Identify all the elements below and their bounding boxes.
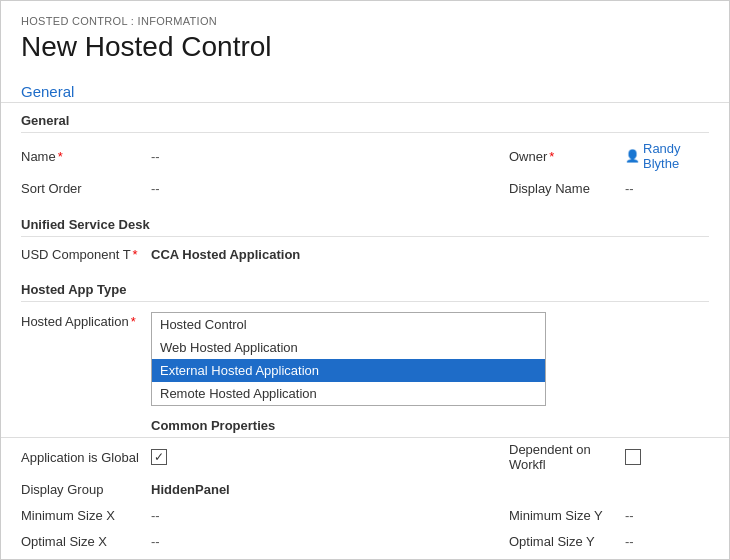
field-minsizey-container: Minimum Size Y -- (509, 508, 709, 523)
field-name-value: -- (151, 149, 509, 164)
field-usd-value: CCA Hosted Application (151, 247, 709, 262)
field-sortorder-value: -- (151, 181, 509, 196)
field-global-value (151, 449, 509, 465)
owner-name[interactable]: Randy Blythe (643, 141, 709, 171)
field-row-sortorder-displayname: Sort Order -- Display Name -- (21, 175, 709, 201)
dropdown-item-3[interactable]: Remote Hosted Application (152, 382, 545, 405)
field-optsizey-container: Optimal Size Y -- (509, 534, 709, 549)
dropdown-item-2[interactable]: External Hosted Application (152, 359, 545, 382)
group-usd-label: Unified Service Desk (21, 207, 709, 237)
group-hosted-app-type-label: Hosted App Type (21, 272, 709, 302)
field-minsizey-label: Minimum Size Y (509, 508, 619, 523)
common-props-area: Application is Global Dependent on Workf… (1, 438, 729, 554)
name-required-star: * (58, 149, 63, 164)
field-optsizex-label: Optimal Size X (21, 534, 151, 549)
dropdown-item-0[interactable]: Hosted Control (152, 313, 545, 336)
field-row-usd: USD Component T* CCA Hosted Application (21, 241, 709, 264)
spacer1 (21, 264, 709, 272)
dropdown-container[interactable]: Hosted Control Web Hosted Application Ex… (151, 312, 546, 406)
group-general-label: General (21, 103, 709, 133)
page-title: New Hosted Control (1, 29, 729, 75)
global-checkbox[interactable] (151, 449, 167, 465)
usd-required-star: * (133, 247, 138, 262)
field-row-minsize: Minimum Size X -- Minimum Size Y -- (21, 502, 709, 528)
form-area: General Name* -- Owner* 👤 Randy Blythe S… (1, 103, 729, 410)
field-optsizey-label: Optimal Size Y (509, 534, 619, 549)
field-displayname-label: Display Name (509, 181, 619, 196)
breadcrumb: HOSTED CONTROL : INFORMATION (1, 1, 729, 29)
field-optsizex-value: -- (151, 534, 509, 549)
field-minsizex-label: Minimum Size X (21, 508, 151, 523)
field-displayname-container: Display Name -- (509, 181, 709, 196)
field-owner-container: Owner* 👤 Randy Blythe (509, 141, 709, 171)
field-row-optsize: Optimal Size X -- Optimal Size Y -- (21, 528, 709, 554)
field-dependent-label: Dependent on Workfl (509, 442, 619, 472)
dependent-checkbox[interactable] (625, 449, 641, 465)
field-row-name-owner: Name* -- Owner* 👤 Randy Blythe (21, 137, 709, 175)
field-minsizex-value: -- (151, 508, 509, 523)
field-optsizey-value: -- (625, 534, 634, 549)
field-name-label: Name* (21, 149, 151, 164)
dropdown-item-1[interactable]: Web Hosted Application (152, 336, 545, 359)
hosted-app-required-star: * (131, 314, 136, 329)
hosted-application-label: Hosted Application* (21, 310, 151, 329)
field-sortorder-label: Sort Order (21, 181, 151, 196)
field-usd-label: USD Component T* (21, 247, 151, 262)
field-row-global: Application is Global Dependent on Workf… (21, 438, 709, 476)
field-display-group-value: HiddenPanel (151, 482, 709, 497)
field-minsizey-value: -- (625, 508, 634, 523)
section-general-header: General (1, 75, 729, 103)
field-owner-value[interactable]: 👤 Randy Blythe (625, 141, 709, 171)
field-display-group-label: Display Group (21, 482, 151, 497)
owner-required-star: * (549, 149, 554, 164)
field-owner-label: Owner* (509, 149, 619, 164)
field-global-label: Application is Global (21, 450, 151, 465)
field-row-display-group: Display Group HiddenPanel (21, 476, 709, 502)
field-dependent-container: Dependent on Workfl (509, 442, 709, 472)
common-properties-label: Common Properties (21, 412, 709, 437)
page-container: HOSTED CONTROL : INFORMATION New Hosted … (0, 0, 730, 560)
hosted-app-row: Hosted Application* Hosted Control Web H… (21, 306, 709, 410)
person-icon: 👤 (625, 149, 639, 163)
field-displayname-value: -- (625, 181, 634, 196)
